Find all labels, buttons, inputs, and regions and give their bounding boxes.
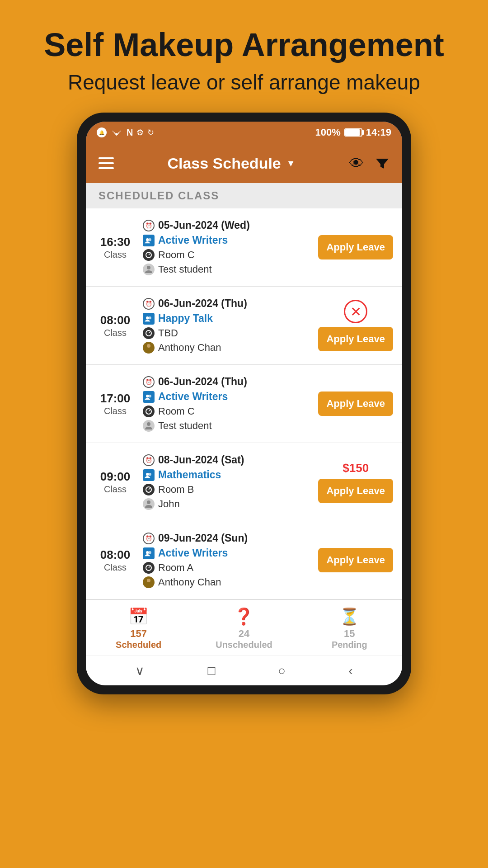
svg-point-22 xyxy=(149,551,151,554)
wifi-icon xyxy=(110,127,123,137)
group-icon-2 xyxy=(143,313,155,325)
class-date-5: ⏰ 09-Jun-2024 (Sun) xyxy=(143,532,311,544)
filter-icon[interactable] xyxy=(375,156,389,170)
group-icon-1 xyxy=(143,235,155,246)
svg-point-21 xyxy=(146,551,149,554)
class-time-5: 08:00 Class xyxy=(95,548,136,573)
class-row-1: 16:30 Class ⏰ 05-Jun-2024 (Wed) Active W… xyxy=(86,208,402,287)
class-student-2: Anthony Chan xyxy=(143,342,311,354)
room-icon-3 xyxy=(143,406,155,417)
nav-recent-btn[interactable]: □ xyxy=(207,664,215,678)
class-name-4: Mathematics xyxy=(143,469,311,481)
svg-point-12 xyxy=(149,395,151,397)
class-action-4: $150 Apply Leave xyxy=(318,461,393,503)
clock-icon-5: ⏰ xyxy=(143,533,155,544)
svg-point-7 xyxy=(149,316,151,319)
svg-line-14 xyxy=(149,410,150,411)
apply-leave-btn-5[interactable]: Apply Leave xyxy=(318,548,393,572)
question-icon: ❓ xyxy=(234,607,254,626)
class-action-2: ✕ Apply Leave xyxy=(318,300,393,351)
class-time-1: 16:30 Class xyxy=(95,235,136,260)
class-student-3: Test student xyxy=(143,420,311,432)
status-right: 100% 14:19 xyxy=(315,127,391,138)
class-date-2: ⏰ 06-Jun-2024 (Thu) xyxy=(143,297,311,310)
class-details-3: ⏰ 06-Jun-2024 (Thu) Active Writers Roo xyxy=(143,376,311,432)
class-date-1: ⏰ 05-Jun-2024 (Wed) xyxy=(143,219,311,231)
class-student-4: John xyxy=(143,498,311,510)
class-room-2: TBD xyxy=(143,327,311,339)
class-time-4: 09:00 Class xyxy=(95,470,136,495)
class-details-1: ⏰ 05-Jun-2024 (Wed) Active Writers Roo xyxy=(143,219,311,275)
phone-frame: 🔔 N ⚙ ↻ 100% 14:19 xyxy=(77,113,411,694)
apply-leave-btn-1[interactable]: Apply Leave xyxy=(318,235,393,259)
svg-point-20 xyxy=(147,500,150,504)
hamburger-menu[interactable] xyxy=(99,157,114,169)
group-icon-3 xyxy=(143,391,155,403)
hourglass-icon: ⏳ xyxy=(339,607,360,626)
svg-point-1 xyxy=(146,238,149,241)
class-name-3: Active Writers xyxy=(143,391,311,403)
class-name-2: Happy Talk xyxy=(143,312,311,325)
class-time-3: 17:00 Class xyxy=(95,392,136,416)
nav-scheduled[interactable]: 📅 157 Scheduled xyxy=(86,600,191,656)
svg-point-16 xyxy=(146,473,149,476)
class-name-1: Active Writers xyxy=(143,234,311,246)
class-action-5: Apply Leave xyxy=(318,548,393,572)
nav-down-btn[interactable]: ∨ xyxy=(135,663,145,678)
app-header: Class Schedule ▼ 👁 xyxy=(86,143,402,183)
apply-leave-btn-4[interactable]: Apply Leave xyxy=(318,479,393,503)
svg-marker-0 xyxy=(376,159,389,169)
class-room-1: Room C xyxy=(143,249,311,261)
class-room-3: Room C xyxy=(143,406,311,417)
room-icon-2 xyxy=(143,327,155,339)
nav-home-btn[interactable]: ○ xyxy=(278,664,286,678)
student-avatar-2 xyxy=(143,342,155,354)
svg-point-25 xyxy=(147,579,150,582)
nav-unscheduled-count: 24 xyxy=(239,628,249,640)
class-room-4: Room B xyxy=(143,484,311,495)
room-icon-1 xyxy=(143,249,155,261)
page-header: Self Makeup Arrangement Request leave or… xyxy=(26,0,462,113)
class-details-4: ⏰ 08-Jun-2024 (Sat) Mathematics Room B xyxy=(143,454,311,510)
svg-line-24 xyxy=(149,566,150,568)
bottom-nav: 📅 157 Scheduled ❓ 24 Unscheduled ⏳ 15 Pe… xyxy=(86,599,402,656)
nav-unscheduled[interactable]: ❓ 24 Unscheduled xyxy=(191,600,296,656)
page-subtitle: Request leave or self arrange makeup xyxy=(44,70,444,94)
sync-icon: ↻ xyxy=(147,127,154,137)
calendar-icon: 📅 xyxy=(128,607,149,626)
class-time-2: 08:00 Class xyxy=(95,313,136,338)
student-avatar-4 xyxy=(143,498,155,510)
cancel-icon-2[interactable]: ✕ xyxy=(344,300,367,323)
room-icon-4 xyxy=(143,484,155,495)
class-action-3: Apply Leave xyxy=(318,392,393,416)
svg-point-6 xyxy=(146,316,149,319)
svg-point-2 xyxy=(149,238,151,241)
room-icon-5 xyxy=(143,562,155,574)
svg-point-15 xyxy=(147,422,150,426)
svg-point-11 xyxy=(146,395,149,397)
student-avatar-1 xyxy=(143,264,155,275)
notification-icon: 🔔 xyxy=(97,127,107,137)
class-row-4: 09:00 Class ⏰ 08-Jun-2024 (Sat) Mathemat… xyxy=(86,443,402,521)
nav-pending[interactable]: ⏳ 15 Pending xyxy=(297,600,402,656)
settings-icon: ⚙ xyxy=(136,127,144,137)
apply-leave-btn-3[interactable]: Apply Leave xyxy=(318,392,393,416)
header-title-area[interactable]: Class Schedule ▼ xyxy=(167,155,295,172)
class-date-3: ⏰ 06-Jun-2024 (Thu) xyxy=(143,376,311,388)
clock-icon-4: ⏰ xyxy=(143,454,155,466)
student-avatar-5 xyxy=(143,576,155,588)
section-label: SCHEDULED CLASS xyxy=(86,183,402,208)
apply-leave-btn-2[interactable]: Apply Leave xyxy=(318,327,393,351)
clock-icon-1: ⏰ xyxy=(143,220,155,231)
class-date-4: ⏰ 08-Jun-2024 (Sat) xyxy=(143,454,311,466)
battery-icon xyxy=(344,128,362,137)
nav-back-btn[interactable]: ‹ xyxy=(348,664,352,678)
class-student-5: Anthony Chan xyxy=(143,576,311,588)
nav-unscheduled-label: Unscheduled xyxy=(216,640,272,650)
nav-pending-count: 15 xyxy=(344,628,355,640)
eye-icon[interactable]: 👁 xyxy=(349,155,364,172)
nav-scheduled-label: Scheduled xyxy=(116,640,161,650)
svg-line-19 xyxy=(149,488,150,490)
nfc-icon: N xyxy=(127,127,133,138)
clock-icon-3: ⏰ xyxy=(143,376,155,388)
